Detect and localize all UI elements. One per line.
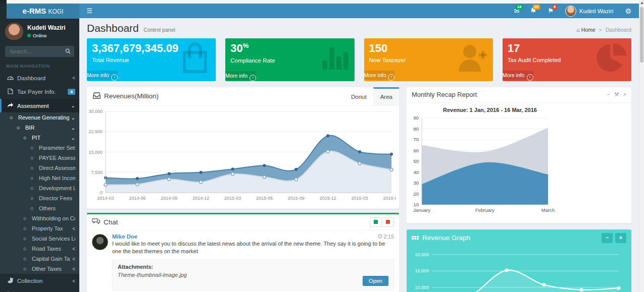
- sidebar-item-social-services-levies[interactable]: ○Social Services Levies: [0, 233, 79, 244]
- monthly-recap-header: Monthly Recap Report − ⚒ ×: [407, 87, 631, 103]
- close-icon[interactable]: ×: [615, 233, 626, 243]
- top-notch: [0, 0, 7, 4]
- info-box-inner: 150New Taxpayer: [364, 38, 493, 71]
- info-box-tax-audit-completed: 17Tax Audit CompletedMore info›: [503, 38, 631, 81]
- sidebar-item-withholding-on-contract[interactable]: ○Withholding on Contract: [0, 213, 79, 223]
- sidebar-item-parameter-setup[interactable]: ○Parameter Setup<: [0, 143, 79, 153]
- chat-toggle-green-button[interactable]: [370, 217, 382, 227]
- tasks-menu[interactable]: ⚑ 9: [543, 4, 558, 18]
- messages-menu[interactable]: ✉ 18: [510, 4, 524, 18]
- breadcrumb-current: Dashboard: [606, 27, 631, 33]
- table-icon: [412, 236, 419, 240]
- chat-sender-link[interactable]: Mike Doe: [112, 233, 138, 240]
- search-button[interactable]: [61, 46, 74, 57]
- sidebar-item-tax-payer-info[interactable]: Tax Payer Info.4: [0, 85, 79, 99]
- svg-text:2015-06: 2015-06: [256, 196, 273, 201]
- sidebar-item-label: Capital Gain Taxes: [32, 256, 70, 262]
- home-icon: ⌂: [576, 27, 579, 33]
- circle-arrow-icon: ›: [527, 74, 533, 81]
- info-box-value: 30%: [230, 42, 349, 55]
- chevron-left-icon: <: [72, 266, 75, 272]
- left-column: Revenues(Million) Donut Area 07,50015,00…: [87, 87, 399, 292]
- more-info-link[interactable]: More info›: [364, 71, 395, 80]
- info-box-label: Total Revenue: [92, 57, 211, 63]
- sidebar-item-label: Direct Assessment: [39, 165, 75, 171]
- sidebar-item-badge: 4: [68, 89, 75, 95]
- content-area: Dashboard Control panel ⌂ Home > Dashboa…: [79, 18, 639, 292]
- wrench-icon[interactable]: ⚒: [614, 92, 619, 97]
- sidebar-item-tax-auditing[interactable]: Tax Auditing<: [0, 288, 79, 292]
- sidebar-item-capital-gain-taxes[interactable]: ○Capital Gain Taxes<: [0, 254, 79, 264]
- svg-text:February: February: [475, 207, 494, 213]
- sidebar-item-property-tax[interactable]: ○Property Tax<: [0, 223, 79, 233]
- user-menu[interactable]: Kudeti Waziri: [560, 6, 618, 17]
- sidebar-item-pit[interactable]: ○PIT⌄: [0, 133, 79, 143]
- monthly-recap-title: Monthly Recap Report: [412, 91, 603, 98]
- svg-text:20: 20: [413, 191, 419, 196]
- app-logo[interactable]: e-RMS KOGI: [7, 4, 79, 19]
- more-info-link[interactable]: More info›: [225, 71, 256, 80]
- svg-text:10: 10: [413, 202, 419, 207]
- sidebar-item-other-taxes[interactable]: ○Other Taxes<: [0, 264, 79, 274]
- collapse-icon[interactable]: −: [602, 233, 613, 243]
- sidebar-item-development-level[interactable]: ○Development Level: [0, 183, 79, 193]
- close-icon[interactable]: ×: [623, 92, 626, 97]
- sidebar-item-direct-assessment[interactable]: ○Direct Assessment: [0, 163, 79, 173]
- svg-text:2015-03: 2015-03: [224, 196, 241, 201]
- chevron-down-icon: ⌄: [71, 135, 75, 141]
- control-sidebar-toggle[interactable]: ⚙: [620, 4, 636, 18]
- sidebar-item-label: Collection: [17, 278, 70, 284]
- sidebar-item-collection[interactable]: Collection<: [0, 274, 79, 288]
- sidebar-item-bir[interactable]: ○BIR⌄: [0, 123, 79, 133]
- messages-badge: 18: [516, 5, 523, 10]
- sidebar-item-payee-assessment[interactable]: ○PAYEE Assessment: [0, 153, 79, 163]
- sidebar-item-high-net-income-hni[interactable]: ○High Net Income (HNI): [0, 173, 79, 183]
- tab-donut[interactable]: Donut: [344, 87, 373, 105]
- notifications-menu[interactable]: 10: [526, 4, 541, 18]
- chat-toggle-red-button[interactable]: [382, 217, 394, 227]
- inbox-icon: [93, 92, 101, 100]
- sidebar-item-label: Revenue Generating Unit: [18, 114, 69, 121]
- sidebar-user-avatar: [5, 23, 23, 41]
- scroll-up-icon[interactable]: [640, 2, 643, 4]
- open-attachment-button[interactable]: Open: [363, 276, 388, 286]
- revenue-graph-box: Revenue Graph − × 5,00010,00015,00020,00…: [407, 229, 631, 292]
- circle-icon: ○: [21, 266, 29, 272]
- sidebar-item-road-taxes[interactable]: ○Road Taxes<: [0, 244, 79, 254]
- sidebar-user-name: Kudeti Waziri: [27, 24, 66, 31]
- sidebar-item-assessment[interactable]: Assessment⌄: [0, 99, 79, 112]
- content-header: Dashboard Control panel ⌂ Home > Dashboa…: [87, 22, 631, 34]
- page-scrollbar[interactable]: [639, 0, 644, 292]
- file-icon: [6, 88, 14, 95]
- revenues-box-header: Revenues(Million) Donut Area: [87, 87, 399, 106]
- sidebar-item-others[interactable]: ○Others: [0, 203, 79, 213]
- sidebar-item-label: Development Level: [39, 185, 75, 191]
- sidebar-toggle-button[interactable]: ☰: [79, 4, 100, 18]
- clock-icon: [378, 233, 382, 240]
- circle-arrow-icon: ›: [388, 74, 394, 81]
- collapse-icon[interactable]: −: [607, 92, 610, 97]
- info-box-row: 3,367,679,345.09Total RevenueMore info›3…: [87, 38, 631, 81]
- sidebar-item-revenue-generating-unit[interactable]: ○Revenue Generating Unit⌄: [0, 112, 79, 123]
- revenue-graph-chart-wrap: 5,00010,00015,00020,000: [407, 247, 631, 292]
- scrollbar-thumb[interactable]: [640, 7, 643, 63]
- breadcrumb-home[interactable]: Home: [581, 27, 596, 33]
- sidebar-item-label: Others: [39, 205, 75, 211]
- more-info-link[interactable]: More info›: [87, 71, 118, 80]
- navbar-user-name: Kudeti Waziri: [579, 8, 613, 14]
- sidebar-user-status[interactable]: Online: [27, 33, 66, 38]
- chevron-down-icon: ⌄: [71, 125, 75, 131]
- chat-body: Mike Doe2:15I would like to meet you to …: [87, 230, 399, 292]
- chat-message-time: 2:15: [378, 233, 394, 240]
- circle-icon: ○: [14, 125, 22, 131]
- sidebar-item-dashboard[interactable]: Dashboard<: [0, 71, 79, 85]
- search-input[interactable]: [5, 46, 61, 57]
- info-box-inner: 17Tax Audit Completed: [503, 38, 631, 71]
- tab-area[interactable]: Area: [373, 87, 399, 105]
- more-info-link[interactable]: More info›: [503, 71, 533, 80]
- sidebar-item-director-fees[interactable]: ○Director Fees: [0, 193, 79, 203]
- svg-text:2014-06: 2014-06: [129, 196, 145, 201]
- share-icon: [6, 102, 14, 109]
- svg-text:20,000: 20,000: [415, 252, 429, 257]
- top-navbar: ☰ ✉ 18 10 ⚑ 9 Kudeti Waziri ⚙: [79, 4, 639, 18]
